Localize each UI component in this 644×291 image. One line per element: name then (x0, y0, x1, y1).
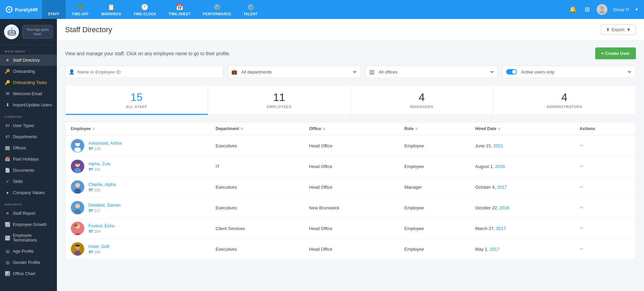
import-update-label: Import/Update Users (13, 103, 52, 107)
sidebar-item-age-profile[interactable]: ◎Age Profile (0, 246, 57, 257)
sidebar-item-offices[interactable]: 🏢Offices (0, 142, 57, 153)
employee-name[interactable]: Charlie, Alpha (88, 182, 116, 187)
edit-icon[interactable]: ✏ (580, 246, 584, 252)
employee-cell: Charlie, Alpha 🪪 202 (65, 177, 210, 198)
sidebar-item-gender-profile[interactable]: ◎Gender Profile (0, 257, 57, 268)
sidebar-item-employee-terminations[interactable]: 📉Employee Terminations (0, 230, 57, 246)
employee-cell: Advanced, Arthur 🪪 218 (65, 136, 210, 156)
svg-point-20 (74, 224, 78, 227)
employee-name[interactable]: Foxtrot, Echo (88, 223, 115, 228)
department-filter-select[interactable]: All departmentsExecutivesITClient Servic… (240, 69, 357, 75)
sort-icon: ⇅ (323, 127, 325, 131)
employee-cell: Alpha, Zulu 🪪 201 (65, 156, 210, 177)
logo-placeholder: Your logo goes here! (22, 25, 53, 39)
sidebar-item-office-chart[interactable]: 📊Office Chart (0, 268, 57, 279)
age-profile-label: Age Profile (13, 249, 34, 254)
sidebar-item-staff-report[interactable]: ≡Staff Report (0, 208, 57, 219)
sidebar-item-import-update[interactable]: ⬇Import/Update Users (0, 99, 57, 110)
stats-tab-administrators[interactable]: 4ADMINISTRATORS (493, 85, 636, 115)
sidebar-item-skills[interactable]: ✓Skills (0, 176, 57, 187)
employee-terminations-label: Employee Terminations (13, 233, 52, 243)
user-dropdown-icon[interactable]: ▼ (635, 7, 639, 12)
employee-avatar (71, 160, 84, 173)
role-cell: Employee (399, 156, 470, 177)
col-header-office[interactable]: Office⇅ (304, 122, 399, 136)
edit-icon[interactable]: ✏ (580, 184, 584, 190)
skills-icon: ✓ (5, 179, 10, 184)
department-cell: Executives (210, 198, 304, 218)
employee-name[interactable]: Detailed, Darren (88, 203, 121, 208)
nav-item-staff[interactable]: 👤STAFF (42, 0, 66, 19)
status-filter-select[interactable]: Active users onlyAll usersInactive users… (520, 69, 632, 75)
nav-item-talent[interactable]: ⚙️TALENT (237, 0, 264, 19)
office-cell: Head Office (304, 218, 399, 239)
nav-item-time-off[interactable]: 🌴TIME-OFF (66, 0, 95, 19)
nav-item-performance[interactable]: ⚙️PERFORMANCE (197, 0, 237, 19)
user-name[interactable]: Oscar P. (613, 7, 629, 12)
sidebar-item-employee-growth[interactable]: 📈Employee Growth (0, 219, 57, 230)
sidebar-item-staff-directory[interactable]: ≡Staff Directory (0, 55, 57, 66)
edit-icon[interactable]: ✏ (580, 225, 584, 231)
documents-icon: 📄 (5, 168, 10, 173)
employees-label: EMPLOYEES (212, 105, 346, 109)
sidebar-item-onboarding[interactable]: 🔑Onboarding (0, 66, 57, 77)
performance-label: PERFORMANCE (203, 12, 231, 16)
nav-item-warnings[interactable]: 📋WARNINGS (95, 0, 127, 19)
stats-tab-managers[interactable]: 4MANAGERS (351, 85, 493, 115)
company-label: COMPANY (0, 110, 57, 120)
department-cell: IT (210, 156, 304, 177)
staff-report-icon: ≡ (5, 211, 10, 216)
table-row: Alpha, Zulu 🪪 201 IT Head Office Employe… (65, 156, 636, 177)
welcome-email-icon: ✉ (5, 91, 10, 96)
actions-cell: ✏ (574, 218, 636, 239)
sidebar-item-company-values[interactable]: ♦Company Values (0, 187, 57, 198)
warnings-label: WARNINGS (101, 12, 121, 16)
sidebar-item-departments[interactable]: 🏷Departments (0, 131, 57, 142)
grid-button[interactable]: ⊞ (583, 4, 591, 15)
col-header-employee[interactable]: Employee⇅ (65, 122, 210, 136)
employee-name[interactable]: Hotel, Golf (88, 244, 109, 249)
office-cell: Head Office (304, 136, 399, 156)
onboarding-tasks-label: Onboarding Tasks (13, 80, 47, 85)
nav-item-time-clock[interactable]: 🕐TIME-CLOCK (127, 0, 163, 19)
sidebar-item-paid-holidays[interactable]: 📅Paid Holidays (0, 153, 57, 165)
office-filter-select[interactable]: All officesHead OfficeNew Brunswick (377, 69, 495, 75)
hired-date-cell: March 27, 2017 (470, 218, 574, 239)
staff-directory-icon: ≡ (5, 58, 10, 63)
status-filter-wrap: Active users onlyAll usersInactive users… (502, 65, 636, 78)
managers-number: 4 (355, 91, 489, 103)
employee-avatar (71, 242, 84, 256)
export-button[interactable]: ⬆ Export ▼ (601, 24, 636, 35)
col-header-department[interactable]: Department⇅ (210, 122, 304, 136)
employee-id: 🪪 201 (88, 167, 111, 172)
sidebar-item-onboarding-tasks[interactable]: 🔑Onboarding Tasks (0, 77, 57, 88)
office-cell: Head Office (304, 156, 399, 177)
create-user-button[interactable]: + Create User (595, 47, 636, 59)
toggle-thumb (512, 70, 516, 74)
edit-icon[interactable]: ✏ (580, 143, 584, 148)
nav-item-time-sheet[interactable]: 📅TIME-SHEET (163, 0, 197, 19)
nav-items: 👤STAFF🌴TIME-OFF📋WARNINGS🕐TIME-CLOCK📅TIME… (42, 0, 568, 19)
hired-date-cell: August 1, 2019 (470, 156, 574, 177)
stats-tab-employees[interactable]: 11EMPLOYEES (208, 85, 351, 115)
notification-bell[interactable]: 🔔 (568, 4, 578, 15)
active-toggle[interactable] (506, 69, 517, 75)
col-header-role[interactable]: Role⇅ (399, 122, 470, 136)
sidebar-item-user-types[interactable]: 🏷User Types (0, 120, 57, 131)
edit-icon[interactable]: ✏ (580, 163, 584, 169)
talent-label: TALENT (244, 12, 258, 16)
name-filter-input[interactable] (77, 69, 220, 75)
brand-logo[interactable]: PurelyHR (5, 6, 38, 13)
hired-date-cell: October 22, 2018 (470, 198, 574, 218)
employee-name[interactable]: Advanced, Arthur (88, 141, 122, 146)
employee-name[interactable]: Alpha, Zulu (88, 161, 111, 166)
sidebar-item-documents[interactable]: 📄Documents (0, 165, 57, 176)
edit-icon[interactable]: ✏ (580, 205, 584, 210)
paid-holidays-label: Paid Holidays (13, 157, 39, 162)
filters-row: 👤 💼 All departmentsExecutivesITClient Se… (65, 65, 636, 78)
user-avatar[interactable] (597, 4, 607, 15)
office-chart-icon: 📊 (5, 271, 10, 276)
col-header-hired-date[interactable]: Hired Date⇅ (470, 122, 574, 136)
stats-tab-all-staff[interactable]: 15ALL STAFF (65, 85, 208, 115)
sidebar-item-welcome-email[interactable]: ✉Welcome Email (0, 88, 57, 99)
